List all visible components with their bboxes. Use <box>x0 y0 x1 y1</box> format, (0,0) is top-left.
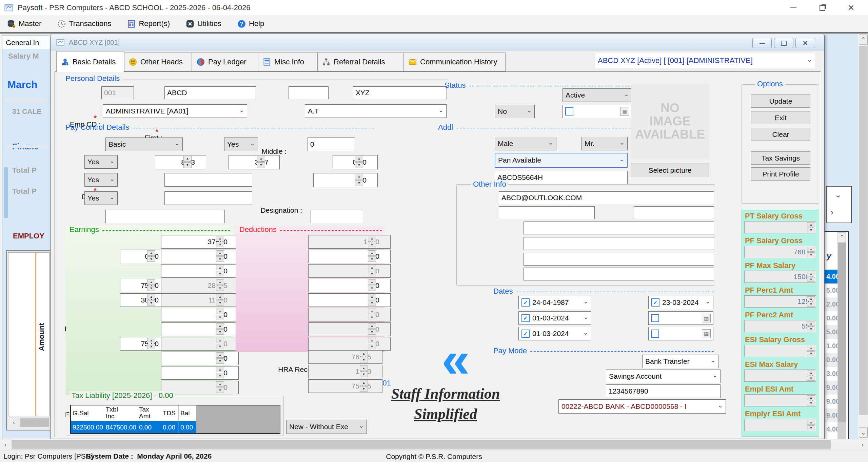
on-rolls-combobox[interactable]: Active <box>563 88 632 102</box>
grid-row[interactable]: 0.00 <box>825 311 837 325</box>
tab-general-info[interactable]: General In <box>2 36 50 49</box>
earnings-value-spinner[interactable]: 11250 <box>161 293 225 306</box>
tab-misc-info[interactable]: Misc Info <box>258 52 317 71</box>
earnings-value-spinner[interactable]: 37500 <box>161 235 225 248</box>
scroll-up-button[interactable]: ⌃ <box>838 233 846 242</box>
summary-field[interactable]: 0 <box>744 419 816 431</box>
scroll-down-button[interactable]: ⌄ <box>859 427 868 438</box>
dialog-minimize-button[interactable] <box>752 38 772 48</box>
scroll-left-button[interactable]: ‹ <box>1 440 10 449</box>
joining-checkbox[interactable] <box>521 330 530 338</box>
calendar-icon[interactable] <box>702 329 711 338</box>
earnings-value-spinner[interactable]: 0 <box>161 250 225 262</box>
qualf-field[interactable] <box>499 206 595 219</box>
earnings-value-spinner[interactable]: 0 <box>161 322 225 335</box>
earnings-value-spinner[interactable]: 28125 <box>161 279 225 292</box>
first-name-field[interactable]: ABCD <box>164 86 256 99</box>
tab-referral-details[interactable]: Referral Details <box>317 52 404 71</box>
pf2-spinner[interactable]: 3.67 <box>229 155 266 169</box>
last-name-field[interactable]: XYZ <box>353 86 447 99</box>
dept-combobox[interactable]: ADMINISTRATIVE [AA01] <box>103 104 247 118</box>
tax-col-header[interactable]: TDS <box>161 405 179 421</box>
deduction-value-spinner[interactable]: 0 <box>308 293 377 306</box>
da-elgbl-combobox[interactable]: Yes <box>224 138 258 151</box>
scrollbar-thumb[interactable] <box>20 418 49 427</box>
seniority-field[interactable]: 0 <box>308 138 355 151</box>
joining-date-picker[interactable]: 01-03-2024 <box>518 327 591 340</box>
pf-ac-no-field[interactable] <box>164 173 252 187</box>
summary-field[interactable]: 0 <box>744 394 816 406</box>
left-date-field[interactable] <box>563 105 632 118</box>
earnings-pct-spinner[interactable]: 75.00 <box>120 337 156 350</box>
chart-hscrollbar[interactable]: ‹ <box>8 417 50 428</box>
tab-communication-history[interactable]: Communication History <box>404 52 506 71</box>
scroll-right-button[interactable]: › <box>858 440 867 449</box>
summary-field[interactable]: 0 <box>744 370 816 382</box>
tax-col-header[interactable]: G.Sal <box>71 405 104 421</box>
menu-item-transactions[interactable]: Transactions <box>55 18 113 30</box>
pf-uan-no-field[interactable] <box>524 268 714 280</box>
grid-row[interactable]: 9.00 <box>825 395 837 408</box>
summary-field[interactable]: 550 <box>744 320 816 332</box>
scroll-right-icon[interactable]: › <box>831 208 833 217</box>
dialog-restore-button[interactable] <box>774 38 793 48</box>
earnings-value-spinner[interactable]: 0 <box>161 352 225 364</box>
grid-row[interactable]: 5.00 <box>825 325 837 339</box>
fpf-combobox[interactable]: Yes <box>84 173 118 187</box>
calendar-icon[interactable] <box>702 314 711 322</box>
grid-row[interactable]: 4.00 <box>825 422 837 436</box>
earnings-value-spinner[interactable]: 0 <box>161 308 225 321</box>
summary-field[interactable]: 76875 <box>744 246 816 258</box>
adhaar-no-field[interactable] <box>524 253 714 266</box>
menu-item-utilities[interactable]: Utilities <box>183 18 223 30</box>
email-field[interactable]: ABCD@OUTLOOK.COM <box>499 191 714 204</box>
confirmation-checkbox[interactable] <box>651 298 659 307</box>
menu-item-master[interactable]: Master <box>5 18 43 30</box>
middle-name-field[interactable] <box>289 86 329 99</box>
grid-row[interactable]: 4.00 <box>825 270 837 284</box>
esi-ac-no-field[interactable] <box>164 191 252 205</box>
grid-row[interactable]: 9.00 <box>825 408 837 422</box>
deduction-value-spinner[interactable]: 1800 <box>308 235 377 248</box>
confirmation-date-picker[interactable]: 23-03-2024 <box>648 296 713 309</box>
earnings-value-spinner[interactable]: 0 <box>161 337 225 350</box>
minimize-button[interactable] <box>785 3 802 13</box>
tab-other-heads[interactable]: Other Heads <box>124 52 192 71</box>
hra-recov-spinner[interactable]: 0.00 <box>333 155 364 169</box>
subject-field[interactable] <box>634 206 714 219</box>
menu-item-reports[interactable]: Report(s) <box>125 18 172 30</box>
deductions-total-spinner[interactable]: 1800 <box>308 365 369 378</box>
increment-checkbox[interactable] <box>651 330 659 338</box>
scrollbar-thumb[interactable] <box>838 243 846 422</box>
pay-mode-combobox[interactable]: Bank Transfer <box>642 355 718 368</box>
hra-adl-spinner[interactable]: 0 <box>313 173 364 187</box>
birth-date-picker[interactable]: 24-04-1987 <box>518 296 591 309</box>
bank-combobox[interactable]: 00222-ABCD BANK - ABCD0000568 - I <box>558 399 726 414</box>
tax-table-row[interactable]: 922500.00 847500.00 0.00 0.00 0.00 <box>71 421 196 433</box>
increment-date-field[interactable] <box>648 327 713 340</box>
tax-col-header[interactable]: Txbl Inc <box>104 405 137 421</box>
exit-button[interactable]: Exit <box>751 111 810 124</box>
maximize-button[interactable] <box>814 3 831 13</box>
scroll-left-button[interactable]: ‹ <box>9 418 19 427</box>
grid-row[interactable]: 0.00 <box>825 353 837 367</box>
deduction-value-spinner[interactable]: 0 <box>308 264 377 277</box>
title-combobox[interactable]: Mr. <box>581 137 628 150</box>
tax-col-header[interactable]: Bal <box>179 405 196 421</box>
grid-vscrollbar[interactable]: ⌃ ⌄ <box>837 232 846 439</box>
pay-type-combobox[interactable]: Basic <box>105 138 183 151</box>
earnings-value-spinner[interactable]: 0 <box>161 264 225 277</box>
deduction-value-spinner[interactable]: 0 <box>308 322 377 335</box>
menu-item-help[interactable]: ? Help <box>235 18 266 30</box>
tax-savings-button[interactable]: Tax Savings <box>751 151 810 165</box>
chevron-down-icon[interactable]: ⌄ <box>835 190 842 200</box>
clear-button[interactable]: Clear <box>751 128 810 141</box>
sr-citizen-combobox[interactable]: No <box>495 105 535 118</box>
epf-combobox[interactable]: Yes <box>84 155 118 169</box>
ac-no-field[interactable]: 1234567890 <box>606 384 721 398</box>
calendar-icon[interactable] <box>620 107 629 116</box>
scrollbar-thumb[interactable] <box>859 46 868 415</box>
left-checkbox[interactable] <box>565 107 573 115</box>
emp-cd-field[interactable]: 001 <box>101 86 134 99</box>
summary-field[interactable]: 0 <box>744 345 816 357</box>
